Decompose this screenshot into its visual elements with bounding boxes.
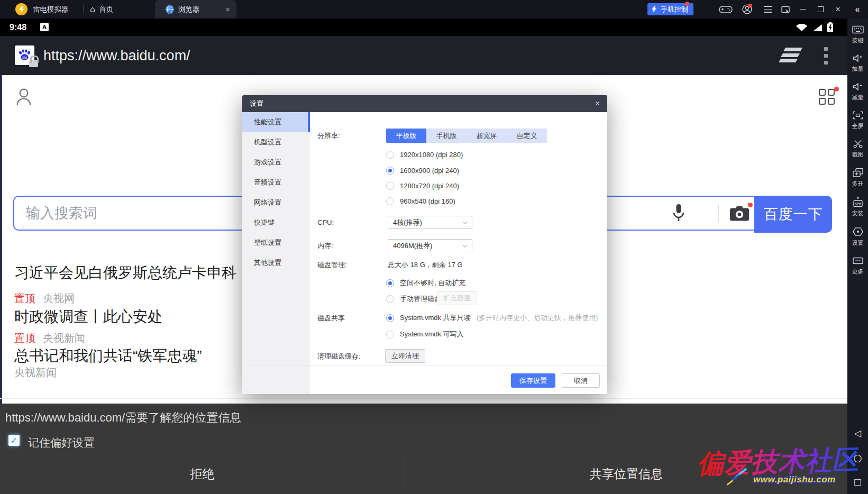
android-home-button[interactable]: ○ [853,452,862,463]
nav-item-network[interactable]: 网络设置 [242,193,310,213]
radio-icon[interactable] [386,197,394,205]
collapse-toolbar-button[interactable]: « [850,0,865,19]
apps-grid-button[interactable] [819,89,840,107]
android-back-button[interactable]: ◁ [854,428,861,438]
home-tab-label: 首页 [99,5,113,14]
cpu-select[interactable]: 4核(推荐) [388,216,472,229]
clean-now-button[interactable]: 立即清理 [385,349,425,363]
news-title[interactable]: 总书记和我们共话“铁军忠魂” [14,346,202,366]
expand-disk-button[interactable]: 扩充容量 [437,291,477,305]
browser-tab-label: 浏览器 [178,5,200,14]
profile-icon[interactable] [16,88,32,106]
tab-browser[interactable]: 浏览器 × [155,0,236,19]
nav-item-device[interactable]: 机型设置 [242,132,310,152]
baidu-search-button[interactable]: 百度一下 [754,196,832,233]
toolbar-fullscreen-button[interactable]: 全屏 [852,111,864,130]
ime-badge-icon: A [40,23,49,31]
settings-hexagon-icon [852,226,864,237]
minimize-button[interactable] [796,0,810,19]
browser-menu-icon[interactable] [824,47,828,68]
chevron-down-icon [462,244,468,248]
tab-home[interactable]: ⌂ 首页 [90,0,113,19]
resolution-option[interactable]: 960x540 (dpi 160) [386,197,455,205]
window-mode-button[interactable] [778,0,793,19]
divider [242,365,607,365]
toolbar-keymap-button[interactable]: 按键 [852,25,864,44]
tab-tablet[interactable]: 平板版 [386,129,426,143]
titlebar-divider [83,5,84,13]
dialog-header: 设置 × [242,95,607,112]
radio-icon[interactable] [386,314,394,322]
svg-text:APK: APK [854,202,861,205]
share-location-button[interactable]: 共享位置信息 [405,454,847,494]
toolbar-more-button[interactable]: 更多 [852,256,864,276]
tab-phone[interactable]: 手机版 [426,129,467,143]
cpu-label: CPU: [317,216,334,229]
radio-icon[interactable] [386,167,394,175]
voice-search-icon[interactable] [672,203,686,224]
resolution-option[interactable]: 1920x1080 (dpi 280) [386,150,463,159]
android-recents-button[interactable]: □ [854,477,862,487]
tab-close-icon[interactable]: × [225,5,230,13]
tab-custom[interactable]: 自定义 [507,129,547,143]
apk-install-icon: APK [852,197,864,207]
url-text[interactable]: https://www.baidu.com/ [43,36,190,75]
memory-select[interactable]: 4096M(推荐) [388,239,472,252]
maximize-button[interactable] [813,0,828,19]
radio-icon[interactable] [386,279,394,287]
news-tag: 置顶 [14,332,35,344]
disk-share-option[interactable]: System.vmdk 共享只读 (多开时内存更小、启动更快，推荐使用) [386,314,598,322]
toolbar-multi-instance-button[interactable]: 多开 [852,168,864,188]
news-title[interactable]: 时政微调查丨此心安处 [14,307,162,327]
tab-ultrawide[interactable]: 超宽屏 [467,129,507,143]
radio-icon[interactable] [386,295,394,303]
toolbar-volume-down-button[interactable]: 减量 [852,82,864,102]
resolution-option[interactable]: 1280x720 (dpi 240) [386,181,459,190]
close-button[interactable]: × [830,0,845,19]
permission-message: https://www.baidu.com/需要了解您的位置信息 [5,410,241,426]
nav-item-audio[interactable]: 音频设置 [242,172,310,193]
nav-item-game[interactable]: 游戏设置 [242,152,310,172]
nav-item-wallpaper[interactable]: 壁纸设置 [242,233,310,253]
toolbar-settings-button[interactable]: 设置 [852,226,864,247]
android-statusbar: 9:48 A [0,19,847,36]
radio-icon[interactable] [386,331,394,339]
deny-button[interactable]: 拒绝 [0,454,405,494]
menu-button[interactable] [760,0,775,19]
account-button[interactable] [739,0,754,19]
bolt-icon [19,6,25,13]
check-icon: ✓ [10,435,18,446]
disk-summary: 总大小 18 G，剩余 17 G [388,260,463,270]
tabs-stack-icon[interactable] [780,48,801,65]
chevron-down-icon [462,221,468,224]
news-meta: 置顶央视新闻 [14,331,85,345]
save-settings-button[interactable]: 保存设置 [511,373,555,388]
notification-dot [748,4,752,8]
home-icon: ⌂ [90,4,95,14]
nav-item-performance[interactable]: 性能设置 [242,112,310,132]
toolbar-install-apk-button[interactable]: APK 安装 [852,197,864,217]
disk-option[interactable]: 空间不够时, 自动扩充 [386,279,465,287]
disk-share-option[interactable]: System.vmdk 可写入 [386,330,464,339]
nav-item-other[interactable]: 其他设置 [242,253,310,273]
toolbar-screenshot-button[interactable]: 截图 [852,139,864,159]
news-source: 央视新闻 [43,332,85,344]
gamepad-button[interactable] [718,0,733,19]
divider [0,398,847,399]
browser-urlbar: du https://www.baidu.com/ [0,36,847,75]
cancel-button[interactable]: 取消 [562,373,600,388]
radio-icon[interactable] [386,151,394,159]
news-meta: 央视新闻 [14,365,57,380]
fullscreen-icon [852,111,864,120]
image-search-icon[interactable] [729,206,750,222]
toolbar-volume-up-button[interactable]: 加量 [852,53,864,73]
remember-checkbox[interactable]: ✓ [8,435,20,446]
resolution-option[interactable]: 1600x900 (dpi 240) [386,166,459,175]
news-tag: 置顶 [14,292,35,304]
android-nav-buttons: ◁ ○ □ [853,428,862,494]
keyboard-icon [852,25,864,34]
nav-item-shortcut[interactable]: 快捷键 [242,213,310,233]
radio-icon[interactable] [386,182,394,190]
news-title[interactable]: 习近平会见白俄罗斯总统卢卡申科 [14,263,236,283]
dialog-close-icon[interactable]: × [595,99,600,108]
